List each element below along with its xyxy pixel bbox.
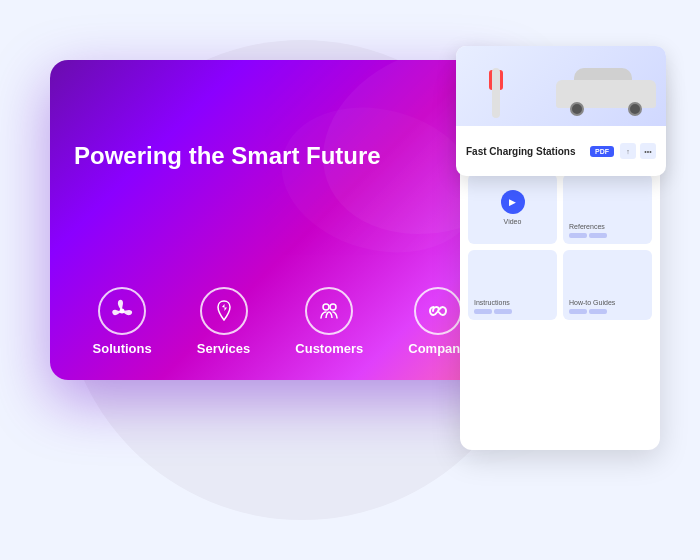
nav-item-solutions[interactable]: Solutions [93,287,152,356]
file-card-references[interactable]: References [563,174,652,244]
car-illustration [556,72,656,116]
more-button[interactable]: ••• [640,143,656,159]
inst-tag-2 [494,309,512,314]
card-actions: ↑ ••• [620,143,656,159]
pdf-badge[interactable]: PDF [590,146,614,157]
guide-tag-2 [589,309,607,314]
svg-point-3 [323,304,329,310]
file-card-how-to-guides[interactable]: How-to Guides [563,250,652,320]
customers-icon [305,287,353,335]
play-button[interactable]: ▶ [501,190,525,214]
card-label-references: References [569,223,646,230]
card-tags-how-to-guides [569,309,646,314]
share-button[interactable]: ↑ [620,143,636,159]
tablet-nav: Solutions Services [50,287,510,356]
nav-item-company[interactable]: Company [408,287,467,356]
card-label-video: Video [504,218,522,225]
card-label-how-to-guides: How-to Guides [569,299,646,306]
card-label-instructions: Instructions [474,299,551,306]
card-tags-references [569,233,646,238]
charger-pole [492,68,500,118]
nav-item-customers[interactable]: Customers [295,287,363,356]
services-label: Services [197,341,251,356]
nav-item-services[interactable]: Services [197,287,251,356]
tablet-headline: Powering the Smart Future [74,140,410,171]
charging-title: Fast Charging Stations [466,146,584,157]
file-card-video[interactable]: ▶ Video [468,174,557,244]
customers-label: Customers [295,341,363,356]
solutions-icon [98,287,146,335]
card-tags-instructions [474,309,551,314]
charging-card-info: Fast Charging Stations PDF ↑ ••• [456,126,666,176]
car-wheel-rear [628,102,642,116]
guide-tag-1 [569,309,587,314]
svg-point-2 [120,309,125,314]
charging-card-image [456,46,666,126]
ref-tag-2 [589,233,607,238]
company-label: Company [408,341,467,356]
services-icon [200,287,248,335]
tablet-inner: ∞ Powering the Smart Future [50,60,510,380]
charging-card: Fast Charging Stations PDF ↑ ••• [456,46,666,176]
car-wheel-front [570,102,584,116]
ref-tag-1 [569,233,587,238]
company-icon [414,287,462,335]
inst-tag-1 [474,309,492,314]
svg-point-4 [330,304,336,310]
tablet: ∞ Powering the Smart Future [50,60,510,380]
solutions-label: Solutions [93,341,152,356]
file-card-instructions[interactable]: Instructions [468,250,557,320]
scene: ∞ Powering the Smart Future [20,20,680,540]
